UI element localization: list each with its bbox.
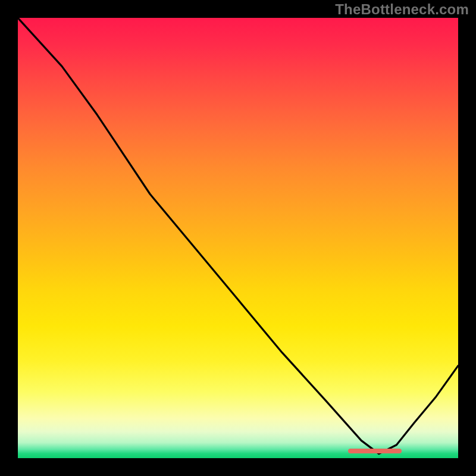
line-layer [18,18,458,458]
chart-frame: TheBottleneck.com [0,0,476,476]
watermark-text: TheBottleneck.com [335,1,469,18]
bottleneck-curve [18,18,458,454]
optimal-range-marker [348,449,402,453]
plot-area [18,18,458,458]
